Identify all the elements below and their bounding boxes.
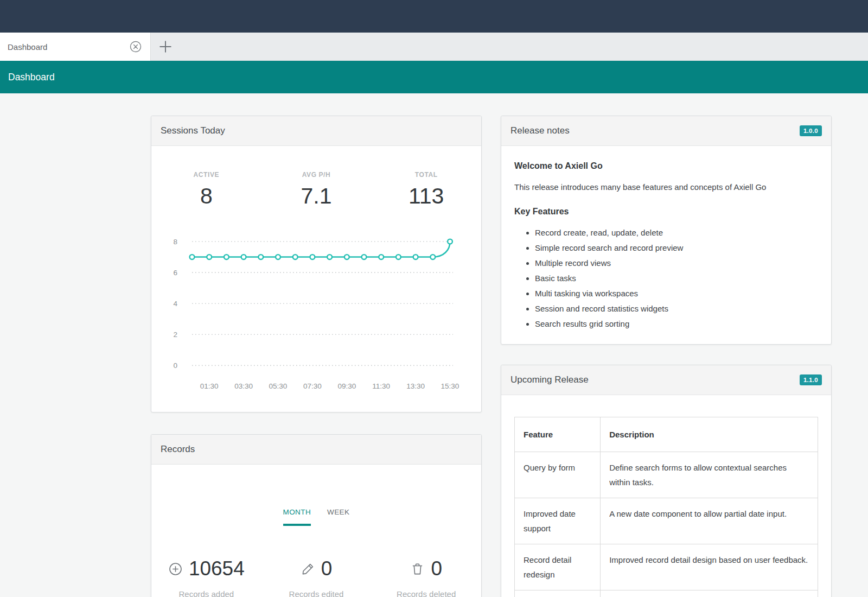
sessions-card-header: Sessions Today: [151, 116, 481, 146]
welcome-heading: Welcome to Axiell Go: [514, 161, 818, 171]
records-added-label: Records added: [178, 589, 234, 597]
stat-total: TOTAL 113: [371, 171, 481, 209]
feature-table-header-row: Feature Description: [515, 417, 818, 452]
feature-cell: Query by form: [515, 452, 601, 498]
records-deleted-stat: 0 Records deleted: [371, 557, 481, 597]
svg-text:11:30: 11:30: [372, 382, 390, 390]
feature-item: Search results grid sorting: [535, 316, 818, 332]
feature-item: Multiple record views: [535, 256, 818, 271]
feature-item: Multi tasking via workspaces: [535, 286, 818, 301]
page-title: Dashboard: [8, 72, 55, 83]
feature-cell: Record detail redesign: [515, 544, 601, 590]
description-cell: [601, 590, 818, 597]
new-tab-plus-icon[interactable]: [158, 40, 173, 54]
description-column-header: Description: [601, 417, 818, 452]
svg-text:4: 4: [173, 300, 177, 308]
feature-column-header: Feature: [515, 417, 601, 452]
records-edited-label: Records edited: [289, 589, 344, 597]
app-top-bar: [0, 0, 868, 33]
stat-avg-ph-label: AVG P/H: [261, 171, 372, 179]
stat-active: ACTIVE 8: [151, 171, 261, 209]
feature-cell: [515, 590, 601, 597]
stat-active-value: 8: [151, 183, 261, 209]
feature-item: Session and record statistics widgets: [535, 301, 818, 316]
feature-cell: Improved date support: [515, 498, 601, 544]
tab-dashboard-label: Dashboard: [8, 42, 129, 52]
upcoming-release-title: Upcoming Release: [510, 374, 800, 385]
svg-text:07:30: 07:30: [303, 382, 322, 390]
svg-text:05:30: 05:30: [269, 382, 288, 390]
svg-text:2: 2: [173, 331, 177, 339]
records-edited-value: 0: [321, 557, 333, 580]
records-edited-stat: 0 Records edited: [261, 557, 372, 597]
upcoming-release-header: Upcoming Release 1.1.0: [501, 365, 831, 395]
records-card-header: Records: [151, 435, 481, 465]
records-added-stat: 10654 Records added: [151, 557, 261, 597]
close-tab-icon[interactable]: [129, 40, 143, 54]
records-deleted-label: Records deleted: [397, 589, 456, 597]
description-cell: Improved record detail design based on u…: [601, 544, 818, 590]
upcoming-release-card: Upcoming Release 1.1.0 Feature Descripti…: [501, 365, 832, 597]
release-notes-header: Release notes 1.0.0: [501, 116, 831, 146]
feature-item: Basic tasks: [535, 271, 818, 286]
records-period-tabs: MONTH WEEK: [151, 508, 481, 526]
feature-item: Simple record search and record preview: [535, 240, 818, 256]
key-features-heading: Key Features: [514, 207, 818, 217]
svg-text:13:30: 13:30: [406, 382, 425, 390]
release-notes-body: Welcome to Axiell Go This release introd…: [501, 146, 831, 345]
feature-table-row: [515, 590, 818, 597]
svg-text:15:30: 15:30: [441, 382, 459, 390]
stat-active-label: ACTIVE: [151, 171, 261, 179]
tab-week[interactable]: WEEK: [327, 508, 349, 526]
stat-avg-ph-value: 7.1: [261, 183, 372, 209]
welcome-text: This release introduces many base featur…: [514, 181, 818, 193]
stat-total-label: TOTAL: [371, 171, 481, 179]
stat-avg-ph: AVG P/H 7.1: [261, 171, 372, 209]
release-notes-card: Release notes 1.0.0 Welcome to Axiell Go…: [501, 116, 832, 345]
release-notes-title: Release notes: [510, 125, 800, 136]
feature-table-row: Query by formDefine search forms to allo…: [515, 452, 818, 498]
records-card-title: Records: [161, 444, 472, 455]
description-cell: Define search forms to allow contextual …: [601, 452, 818, 498]
sessions-today-card: Sessions Today ACTIVE 8 AVG P/H 7.1 TOTA…: [151, 116, 482, 412]
feature-table-body: Query by formDefine search forms to allo…: [515, 452, 818, 597]
feature-item: Record create, read, update, delete: [535, 225, 818, 240]
svg-text:01:30: 01:30: [200, 382, 219, 390]
svg-text:6: 6: [173, 269, 177, 277]
records-card: Records MONTH WEEK 10654 Records added 0: [151, 434, 482, 597]
tab-dashboard[interactable]: Dashboard: [0, 33, 151, 61]
feature-table-row: Improved date supportA new date componen…: [515, 498, 818, 544]
pencil-icon: [301, 562, 315, 576]
add-circle-icon: [168, 562, 183, 576]
stat-total-value: 113: [371, 183, 481, 209]
workspace-tab-bar: Dashboard: [0, 33, 868, 61]
trash-icon: [410, 562, 425, 576]
key-features-list: Record create, read, update, deleteSimpl…: [535, 225, 818, 332]
feature-table-row: Record detail redesignImproved record de…: [515, 544, 818, 590]
tab-month[interactable]: MONTH: [283, 508, 311, 526]
upcoming-release-body: Feature Description Query by formDefine …: [501, 395, 831, 597]
version-badge-110: 1.1.0: [800, 374, 822, 385]
svg-text:03:30: 03:30: [234, 382, 253, 390]
records-deleted-value: 0: [431, 557, 442, 580]
sessions-card-title: Sessions Today: [161, 125, 472, 136]
svg-text:0: 0: [173, 361, 177, 370]
sessions-stats-row: ACTIVE 8 AVG P/H 7.1 TOTAL 113: [151, 171, 481, 209]
svg-text:09:30: 09:30: [337, 382, 356, 390]
page-header: Dashboard: [0, 61, 868, 93]
version-badge-100: 1.0.0: [800, 125, 822, 136]
description-cell: A new date component to allow partial da…: [601, 498, 818, 544]
feature-table: Feature Description Query by formDefine …: [514, 417, 818, 597]
svg-text:8: 8: [173, 238, 177, 246]
sessions-line-chart: 8642001:3003:3005:3007:3009:3011:3013:30…: [151, 230, 482, 404]
records-added-value: 10654: [189, 557, 245, 580]
records-stats-row: 10654 Records added 0 Records edited 0: [151, 557, 481, 597]
